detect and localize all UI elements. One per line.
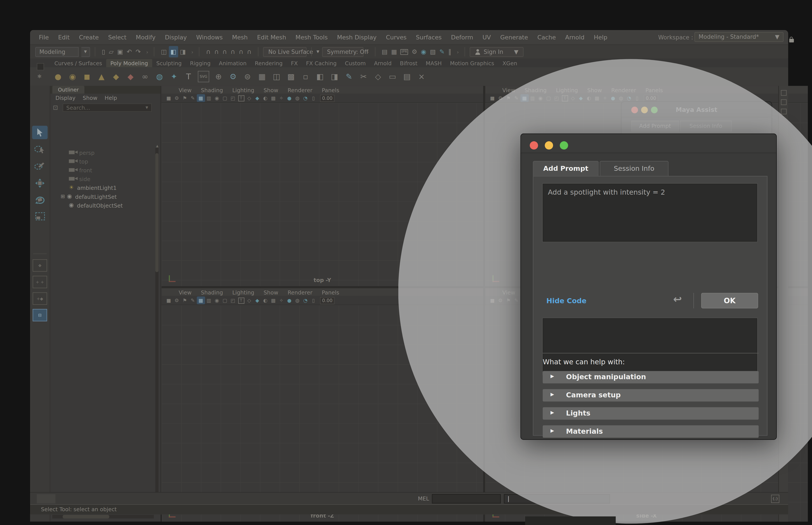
wireframe-mode-icon[interactable]: ◇ xyxy=(245,297,253,304)
menu-item[interactable]: Generate xyxy=(496,34,533,41)
script-editor-icon[interactable]: {;} xyxy=(771,495,779,503)
dialog-titlebar[interactable] xyxy=(521,134,776,153)
new-scene-icon[interactable]: ▯ xyxy=(100,46,107,57)
bookmark-icon[interactable]: ⚑ xyxy=(181,94,189,102)
camera-icon[interactable]: ■ xyxy=(165,94,173,102)
shelf-tab[interactable]: Rendering xyxy=(251,59,287,67)
select-object-icon[interactable]: ◧ xyxy=(169,46,178,57)
multi-cut-icon[interactable]: ✎ xyxy=(343,70,356,83)
shelf-tab[interactable]: Rigging xyxy=(186,59,215,67)
chevron-down-icon[interactable]: ▼ xyxy=(316,50,319,54)
shelf-tab[interactable]: Poly Modeling xyxy=(106,59,152,67)
viewport-menu-item[interactable]: Panels xyxy=(317,87,344,93)
mesh-grid-icon[interactable]: ▦ xyxy=(256,70,269,83)
viewport-menu-item[interactable]: Shading xyxy=(196,289,228,295)
layout-single-pane-button[interactable]: ❖ xyxy=(33,259,47,272)
ambient-occlusion-icon[interactable]: ◍ xyxy=(293,297,302,304)
gate-mask-icon[interactable]: ▢ xyxy=(221,297,229,304)
camera-icon[interactable]: ■ xyxy=(165,297,173,304)
lasso-tool-button[interactable] xyxy=(32,142,48,156)
render-current-frame-icon[interactable]: ▦ xyxy=(389,46,399,57)
shelf-tab[interactable]: Bifrost xyxy=(396,59,422,67)
poly-torus-icon[interactable]: ∞ xyxy=(139,70,151,83)
viewport-menu-item[interactable]: Show xyxy=(259,87,283,93)
attribute-editor-dock-icon[interactable] xyxy=(781,90,787,96)
scale-tool-button[interactable] xyxy=(32,210,48,223)
menu-set-dropdown[interactable]: Modeling xyxy=(35,47,79,57)
safe-title-icon[interactable]: T xyxy=(238,95,244,101)
viewport-menu-item[interactable]: Show xyxy=(259,289,283,295)
shelf-tab[interactable]: FX xyxy=(287,59,302,67)
viewport-menu-item[interactable]: View xyxy=(174,289,196,295)
menu-item[interactable]: Mesh xyxy=(228,34,252,41)
camera-attributes-icon[interactable]: ⚙ xyxy=(173,94,181,102)
mel-input-field[interactable] xyxy=(432,494,501,504)
shelf-tab[interactable]: Animation xyxy=(215,59,251,67)
symmetry-field[interactable]: Symmetry: Off xyxy=(322,47,363,57)
menu-item[interactable]: Mesh Display xyxy=(332,34,381,41)
outliner-item-persp[interactable]: persp xyxy=(50,148,172,157)
render-view-icon[interactable]: ◉ xyxy=(419,46,428,57)
ambient-occlusion-icon[interactable]: ◍ xyxy=(293,94,302,102)
zoom-icon[interactable] xyxy=(560,141,568,150)
rotate-tool-button[interactable] xyxy=(32,193,48,207)
textured-mode-icon[interactable]: ◐ xyxy=(261,297,269,304)
outliner-item-defaultobjectset[interactable]: ◉ defaultObjectSet xyxy=(50,201,172,210)
expand-icon[interactable]: ⊞ xyxy=(61,194,65,199)
bookmark-icon[interactable]: ⚑ xyxy=(181,297,189,304)
close-icon[interactable] xyxy=(530,141,538,150)
shelf-tab[interactable]: Arnold xyxy=(370,59,396,67)
camera-attributes-icon[interactable]: ⚙ xyxy=(173,297,181,304)
pencil-icon[interactable]: ✎ xyxy=(189,94,197,102)
outliner-item-top[interactable]: top xyxy=(50,157,172,166)
undo-icon[interactable]: ↶ xyxy=(125,46,134,57)
outliner-item-side[interactable]: side xyxy=(50,174,172,183)
outliner-menu-item[interactable]: Help xyxy=(103,95,122,101)
pencil-icon[interactable]: ✎ xyxy=(189,297,197,304)
undo-arrow-icon[interactable]: ↩ xyxy=(673,293,682,305)
sign-in-button[interactable]: Sign In ▼ xyxy=(470,47,524,57)
tab-add-prompt[interactable]: Add Prompt xyxy=(533,161,598,176)
mel-label[interactable]: MEL xyxy=(418,495,429,501)
menu-item[interactable]: Display xyxy=(160,34,191,41)
exposure-icon[interactable]: ◔ xyxy=(302,94,309,102)
channel-box-dock-icon[interactable] xyxy=(781,109,787,114)
viewport-menu-item[interactable]: Renderer xyxy=(283,289,317,295)
group-chevron-icon[interactable]: › xyxy=(146,49,148,55)
redo-icon[interactable]: ↷ xyxy=(134,46,142,57)
outliner-item-front[interactable]: front xyxy=(50,166,172,174)
gear-tool-icon[interactable]: ⚙ xyxy=(227,70,239,83)
extrude-icon[interactable]: ◧ xyxy=(314,70,326,83)
use-all-lights-icon[interactable]: ✧ xyxy=(277,297,286,304)
layout-four-pane-button[interactable]: + + xyxy=(33,276,47,288)
paint-effects-icon[interactable]: ✎ xyxy=(437,46,446,57)
outliner-item-defaultlightset[interactable]: ⊞ ◉ defaultLightSet xyxy=(50,192,164,201)
save-scene-icon[interactable]: ▣ xyxy=(115,46,125,57)
ipr-render-icon[interactable]: IPR xyxy=(400,49,408,55)
shaded-mode-icon[interactable]: ◆ xyxy=(253,297,261,304)
field-chart-icon[interactable]: ◰ xyxy=(229,94,237,102)
shelf-tab[interactable]: Sculpting xyxy=(152,59,186,67)
wireframe-on-shaded-icon[interactable]: ▩ xyxy=(269,94,277,102)
resolution-gate-icon[interactable]: ◉ xyxy=(213,94,221,102)
combine-icon[interactable]: ⊜ xyxy=(241,70,254,83)
shelf-tab[interactable]: FX Caching xyxy=(302,59,341,67)
poly-pyramid-icon[interactable]: ◆ xyxy=(110,70,122,83)
snap-curve-icon[interactable]: ∩ xyxy=(212,46,220,57)
snap-live-surface-icon[interactable]: ∩ xyxy=(245,46,253,57)
field-chart-icon[interactable]: ◰ xyxy=(229,297,237,304)
grid-toggle-icon[interactable]: ▦ xyxy=(197,94,205,102)
poly-sphere-icon[interactable]: ● xyxy=(52,70,64,83)
outliner-search-input[interactable]: Search... ▼ xyxy=(63,104,152,112)
group-chevron-icon[interactable]: › xyxy=(191,49,193,55)
search-region-icon[interactable]: ⊡ xyxy=(53,104,58,111)
safe-title-icon[interactable]: T xyxy=(238,297,244,303)
scroll-up-icon[interactable]: ▲ xyxy=(156,144,158,148)
shelf-tab[interactable]: MASH xyxy=(422,59,446,67)
menu-set-chevron[interactable]: ▼ xyxy=(81,47,90,57)
outliner-menu-item[interactable]: Show xyxy=(81,95,103,101)
film-gate-icon[interactable]: ▥ xyxy=(205,94,213,102)
snap-projected-center-icon[interactable]: ∩ xyxy=(229,46,237,57)
help-item-object-manipulation[interactable]: ▶ Object manipulation xyxy=(543,371,759,384)
menu-item[interactable]: Modify xyxy=(131,34,160,41)
